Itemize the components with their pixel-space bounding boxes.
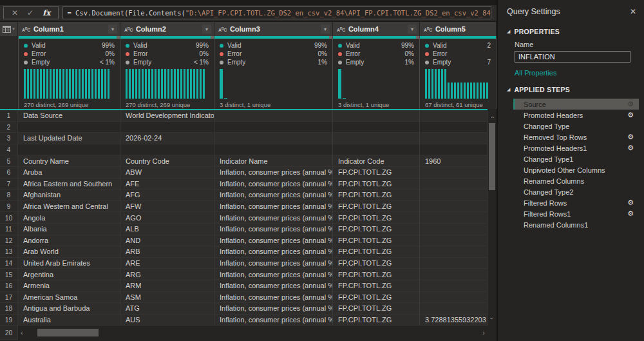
table-cell[interactable] (420, 269, 488, 280)
table-cell[interactable] (333, 122, 420, 133)
histogram-bar[interactable] (167, 69, 169, 99)
applied-step-renamed-columns[interactable]: Renamed Columns (513, 175, 639, 186)
histogram-bar[interactable] (75, 69, 77, 99)
histogram-bar[interactable] (454, 83, 456, 99)
applied-step-filtered-rows1[interactable]: Filtered Rows1⚙ (513, 208, 639, 219)
histogram-bar[interactable] (104, 69, 106, 99)
table-cell[interactable]: FP.CPI.TOTL.ZG (333, 315, 420, 326)
value-distribution-histogram[interactable] (126, 69, 209, 99)
histogram-bar[interactable] (473, 83, 475, 99)
filter-dropdown-icon[interactable]: ▾ (202, 24, 211, 34)
histogram-bar[interactable] (53, 69, 55, 99)
table-cell[interactable]: Indicator Name (214, 155, 333, 167)
value-distribution-histogram[interactable] (220, 69, 327, 99)
table-cell[interactable]: Inflation, consumer prices (annual %) (214, 224, 333, 235)
table-cell[interactable]: Inflation, consumer prices (annual %) (214, 315, 333, 326)
table-cell[interactable]: Inflation, consumer prices (annual %) (214, 280, 333, 292)
all-properties-link[interactable]: All Properties (498, 63, 644, 81)
formula-input[interactable]: = Csv.Document(File.Contents("D:\API_FP.… (62, 6, 491, 19)
histogram-bar[interactable] (85, 69, 87, 99)
table-cell[interactable]: FP.CPI.TOTL.ZG (333, 167, 420, 179)
properties-section-header[interactable]: ◢ PROPERTIES (498, 23, 644, 39)
table-cell[interactable] (420, 224, 488, 235)
table-cell[interactable]: Antigua and Barbuda (18, 303, 120, 315)
table-cell[interactable]: FP.CPI.TOTL.ZG (333, 292, 420, 304)
table-cell[interactable] (18, 122, 120, 133)
histogram-bar[interactable] (483, 83, 485, 99)
table-cell[interactable]: 3.72881355932203 (420, 315, 488, 326)
table-cell[interactable]: FP.CPI.TOTL.ZG (333, 235, 420, 247)
histogram-bar[interactable] (50, 69, 52, 99)
histogram-bar[interactable] (151, 69, 153, 99)
table-cell[interactable]: FP.CPI.TOTL.ZG (333, 179, 420, 190)
table-cell[interactable] (420, 212, 488, 224)
histogram-bar[interactable] (27, 69, 29, 99)
table-cell[interactable] (420, 190, 488, 201)
histogram-bar[interactable] (184, 69, 185, 99)
applied-step-removed-top-rows[interactable]: Removed Top Rows⚙ (513, 132, 639, 142)
histogram-bar[interactable] (161, 69, 163, 99)
table-cell[interactable]: American Samoa (18, 292, 120, 304)
table-cell[interactable]: Australia (18, 315, 120, 326)
histogram-bar[interactable] (43, 69, 45, 99)
scroll-down-icon[interactable]: › (488, 314, 497, 323)
histogram-bar[interactable] (190, 69, 192, 99)
table-cell[interactable]: FP.CPI.TOTL.ZG (333, 269, 420, 280)
table-cell[interactable]: Inflation, consumer prices (annual %) (214, 201, 333, 213)
value-distribution-histogram[interactable] (24, 69, 115, 99)
histogram-bar[interactable] (69, 69, 71, 99)
applied-step-filtered-rows[interactable]: Filtered Rows⚙ (513, 197, 639, 208)
table-cell[interactable]: FP.CPI.TOTL.ZG (333, 258, 420, 269)
histogram-bar[interactable] (46, 69, 48, 99)
table-cell[interactable]: Armenia (18, 280, 120, 292)
histogram-bar[interactable] (467, 83, 469, 99)
table-cell[interactable]: 1960 (420, 155, 488, 167)
horizontal-scroll-thumb[interactable] (37, 329, 99, 336)
applied-step-renamed-columns1[interactable]: Renamed Columns1 (513, 219, 639, 230)
table-cell[interactable] (420, 292, 488, 304)
table-cell[interactable]: FP.CPI.TOTL.ZG (333, 212, 420, 224)
histogram-bar[interactable] (145, 69, 147, 99)
table-cell[interactable] (420, 167, 488, 179)
histogram-bar[interactable] (193, 69, 195, 99)
table-cell[interactable] (333, 144, 420, 156)
histogram-bar[interactable] (138, 69, 140, 99)
table-cell[interactable]: Inflation, consumer prices (annual %) (214, 246, 333, 258)
table-cell[interactable]: United Arab Emirates (18, 258, 120, 269)
histogram-bar[interactable] (477, 83, 478, 99)
filter-dropdown-icon[interactable]: ▾ (108, 24, 117, 34)
table-cell[interactable]: FP.CPI.TOTL.ZG (333, 246, 420, 258)
table-cell[interactable] (420, 144, 488, 156)
column-header-column5[interactable]: ABC Column5 (420, 22, 497, 36)
histogram-bar[interactable] (142, 69, 144, 99)
histogram-bar[interactable] (224, 98, 227, 99)
step-settings-gear-icon[interactable]: ⚙ (627, 100, 639, 108)
histogram-bar[interactable] (155, 69, 156, 99)
table-cell[interactable]: Data Source (18, 110, 120, 122)
table-cell[interactable]: 2026-02-24 (120, 133, 214, 144)
applied-step-changed-type1[interactable]: Changed Type1 (513, 153, 639, 164)
histogram-bar[interactable] (451, 83, 453, 99)
table-cell[interactable]: ABW (120, 167, 214, 179)
applied-step-promoted-headers1[interactable]: Promoted Headers1⚙ (513, 142, 639, 153)
table-cell[interactable]: ARM (120, 280, 214, 292)
histogram-bar[interactable] (343, 98, 346, 99)
column-header-column3[interactable]: ABC Column3▾ (214, 22, 333, 36)
table-cell[interactable] (420, 122, 488, 133)
scroll-right-icon[interactable]: › (482, 329, 485, 336)
table-cell[interactable] (333, 110, 420, 122)
horizontal-scrollbar[interactable]: ‹ › (18, 326, 488, 340)
scroll-up-icon[interactable]: › (488, 113, 497, 122)
table-cell[interactable]: Inflation, consumer prices (annual %) (214, 190, 333, 201)
histogram-bar[interactable] (91, 69, 93, 99)
table-cell[interactable]: ARB (120, 246, 214, 258)
table-cell[interactable]: World Development Indicators (120, 110, 214, 122)
histogram-bar[interactable] (72, 69, 74, 99)
histogram-bar[interactable] (88, 69, 90, 99)
table-cell[interactable]: Albania (18, 224, 120, 235)
histogram-bar[interactable] (30, 69, 32, 99)
step-settings-gear-icon[interactable]: ⚙ (627, 199, 639, 207)
histogram-bar[interactable] (82, 69, 84, 99)
table-cell[interactable] (214, 110, 333, 122)
histogram-bar[interactable] (59, 69, 61, 99)
